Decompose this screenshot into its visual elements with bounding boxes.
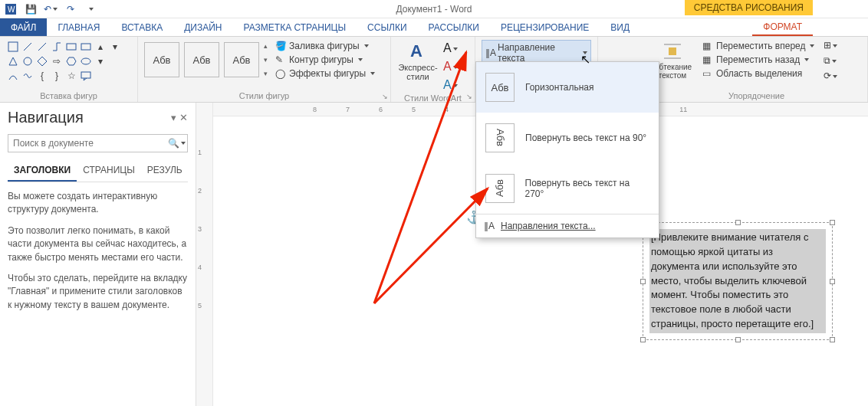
text-box[interactable]: [Привлеките внимание читателя с помощью … <box>643 222 833 340</box>
tab-format[interactable]: ФОРМАТ <box>752 18 813 36</box>
nav-menu-icon[interactable]: ▾ <box>171 112 176 123</box>
quick-access-toolbar: W 💾 ↶ ↷ <box>0 3 97 15</box>
svg-line-3 <box>24 43 31 51</box>
shape-fill-button[interactable]: 🪣Заливка фигуры <box>274 40 376 52</box>
send-backward-button[interactable]: ▦Переместить назад <box>701 54 816 66</box>
tab-home[interactable]: ГЛАВНАЯ <box>47 18 110 36</box>
shape-triangle-icon[interactable] <box>6 54 20 68</box>
shape-callout-icon[interactable] <box>79 69 93 83</box>
tab-view[interactable]: ВИД <box>600 18 640 36</box>
chevron-down-icon[interactable]: ▾ <box>108 40 122 54</box>
search-input[interactable] <box>8 135 166 152</box>
shape-brace-icon[interactable]: } <box>50 69 64 83</box>
svg-point-11 <box>81 58 90 64</box>
dd-horizontal[interactable]: Абв Горизонтальная <box>476 62 659 113</box>
dd-rotate-90[interactable]: Абв Повернуть весь текст на 90° <box>476 113 659 163</box>
dd-label: Повернуть весь текст на 270° <box>525 178 650 199</box>
tab-insert[interactable]: ВСТАВКА <box>110 18 173 36</box>
textbox-content[interactable]: [Привлеките внимание читателя с помощью … <box>649 229 826 333</box>
dd-label: Горизонтальная <box>525 82 594 93</box>
tab-file[interactable]: ФАЙЛ <box>0 18 47 36</box>
letter-a-icon: A <box>407 40 429 61</box>
shape-icon[interactable] <box>6 40 20 54</box>
text-fill-icon[interactable]: A <box>443 41 458 55</box>
shape-curve-icon[interactable] <box>21 69 35 83</box>
gallery-up-icon[interactable]: ▴ <box>264 42 268 50</box>
shapes-gallery[interactable]: ▴ ▾ ⇨ ▾ { } ☆ <box>6 40 131 83</box>
ribbon-tabs: ФАЙЛ ГЛАВНАЯ ВСТАВКА ДИЗАЙН РАЗМЕТКА СТР… <box>0 18 868 37</box>
rotate-icon[interactable]: ⟳ <box>824 70 837 81</box>
nav-tab-results[interactable]: РЕЗУЛЬ <box>141 160 189 182</box>
selection-pane-button[interactable]: ▭Область выделения <box>701 67 816 80</box>
save-icon[interactable]: 💾 <box>25 3 37 15</box>
effects-icon: ◯ <box>275 68 286 79</box>
gallery-down-icon[interactable]: ▾ <box>264 56 268 64</box>
style-preset[interactable]: Абв <box>184 42 219 77</box>
bucket-icon: 🪣 <box>275 41 286 51</box>
horizontal-icon: Абв <box>485 73 515 102</box>
tab-mailings[interactable]: РАССЫЛКИ <box>418 18 490 36</box>
qat-customize-icon[interactable] <box>84 3 97 15</box>
nav-tab-pages[interactable]: СТРАНИЦЫ <box>77 160 141 182</box>
style-preset[interactable]: Абв <box>144 42 179 77</box>
resize-handle[interactable] <box>735 220 741 225</box>
shape-star-icon[interactable]: ☆ <box>64 69 78 83</box>
nav-search[interactable]: 🔍 <box>8 134 188 152</box>
group-label: Вставка фигур <box>6 90 131 100</box>
dd-rotate-270[interactable]: Абв Повернуть весь текст на 270° <box>476 163 659 214</box>
shape-effects-button[interactable]: ◯Эффекты фигуры <box>274 67 376 80</box>
shape-curve-icon[interactable] <box>6 69 20 83</box>
dd-more-options[interactable]: ‖A Направления текста... <box>476 214 659 237</box>
text-outline-icon[interactable]: A <box>443 60 458 74</box>
search-icon[interactable]: 🔍 <box>166 135 187 152</box>
svg-text:A: A <box>410 41 422 61</box>
shape-line-icon[interactable] <box>21 40 35 54</box>
resize-handle[interactable] <box>830 220 835 225</box>
shape-icon[interactable] <box>79 54 93 68</box>
quick-styles-button[interactable]: A Экспресс- стили <box>397 40 439 81</box>
dialog-launcher-icon[interactable]: ↘ <box>382 93 388 100</box>
undo-icon[interactable]: ↶ <box>44 3 57 15</box>
chevron-down-icon[interactable]: ▾ <box>94 54 107 68</box>
text-effects-icon[interactable]: A <box>443 78 458 92</box>
group-icon[interactable]: ⧉ <box>824 55 837 66</box>
tab-review[interactable]: РЕЦЕНЗИРОВАНИЕ <box>490 18 600 36</box>
resize-handle[interactable] <box>735 337 741 342</box>
resize-handle[interactable] <box>830 337 835 342</box>
shape-circle-icon[interactable] <box>21 54 35 68</box>
shape-icon[interactable] <box>64 40 78 54</box>
workspace: Навигация ▾ ✕ 🔍 ЗАГОЛОВКИ СТРАНИЦЫ РЕЗУЛ… <box>0 103 868 406</box>
text-direction-dropdown: Абв Горизонтальная Абв Повернуть весь те… <box>475 61 659 238</box>
gallery-more-icon[interactable]: ▾ <box>264 70 268 77</box>
resize-handle[interactable] <box>640 279 646 284</box>
tab-references[interactable]: ССЫЛКИ <box>357 18 417 36</box>
align-icon[interactable]: ⊞ <box>824 40 837 51</box>
shape-icon[interactable] <box>79 40 93 54</box>
redo-icon[interactable]: ↷ <box>64 3 77 15</box>
group-label: Стили фигур <box>144 90 384 100</box>
tab-design[interactable]: ДИЗАЙН <box>173 18 232 36</box>
cursor-icon: ↖ <box>580 52 590 67</box>
shape-connector-icon[interactable] <box>50 40 64 54</box>
resize-handle[interactable] <box>640 337 646 342</box>
rotate270-icon: Абв <box>485 174 515 203</box>
resize-handle[interactable] <box>830 279 835 284</box>
nav-text: Это позволит легко понимать, в какой час… <box>8 224 188 264</box>
shape-brace-icon[interactable]: { <box>35 69 49 83</box>
style-preset[interactable]: Абв <box>224 42 259 77</box>
nav-tab-headings[interactable]: ЗАГОЛОВКИ <box>8 160 77 182</box>
chevron-up-icon[interactable]: ▴ <box>94 40 107 54</box>
close-icon[interactable]: ✕ <box>179 112 188 123</box>
dialog-launcher-icon[interactable]: ↘ <box>466 93 472 100</box>
drawing-tools-tab[interactable]: СРЕДСТВА РИСОВАНИЯ <box>685 0 813 15</box>
shape-diamond-icon[interactable] <box>35 54 49 68</box>
tab-layout[interactable]: РАЗМЕТКА СТРАНИЦЫ <box>233 18 357 36</box>
title-bar: W 💾 ↶ ↷ Документ1 - Word СРЕДСТВА РИСОВА… <box>0 0 868 18</box>
bring-forward-button[interactable]: ▦Переместить вперед <box>701 40 816 52</box>
shape-style-gallery[interactable]: Абв Абв Абв ▴ ▾ ▾ <box>144 40 268 80</box>
nav-title: Навигация <box>8 109 84 126</box>
shape-hex-icon[interactable] <box>64 54 78 68</box>
shape-line-icon[interactable] <box>35 40 49 54</box>
shape-arrow-icon[interactable]: ⇨ <box>50 54 64 68</box>
shape-outline-button[interactable]: ✎Контур фигуры <box>274 54 376 66</box>
